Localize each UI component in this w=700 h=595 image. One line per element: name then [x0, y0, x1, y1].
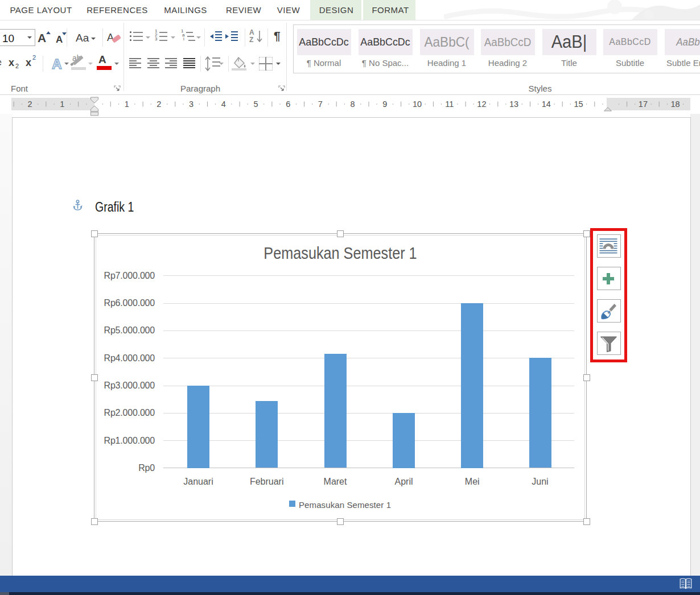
svg-text:1: 1	[125, 100, 129, 109]
svg-text:2: 2	[157, 100, 161, 109]
svg-text:14: 14	[542, 100, 551, 109]
svg-text:2: 2	[28, 100, 32, 109]
svg-text:5: 5	[253, 100, 258, 109]
svg-text:8: 8	[351, 100, 355, 109]
svg-text:17: 17	[639, 100, 648, 109]
svg-text:3: 3	[189, 100, 193, 109]
svg-text:A: A	[52, 56, 61, 72]
svg-text:15: 15	[574, 100, 583, 109]
svg-text:4: 4	[221, 100, 226, 109]
svg-text:10: 10	[413, 100, 422, 109]
svg-text:9: 9	[382, 100, 387, 109]
svg-text:18: 18	[671, 100, 680, 109]
svg-text:1: 1	[60, 100, 64, 109]
svg-text:13: 13	[509, 100, 518, 109]
svg-text:11: 11	[445, 100, 454, 109]
svg-text:7: 7	[318, 100, 323, 109]
svg-text:12: 12	[477, 100, 486, 109]
svg-text:6: 6	[286, 100, 290, 109]
